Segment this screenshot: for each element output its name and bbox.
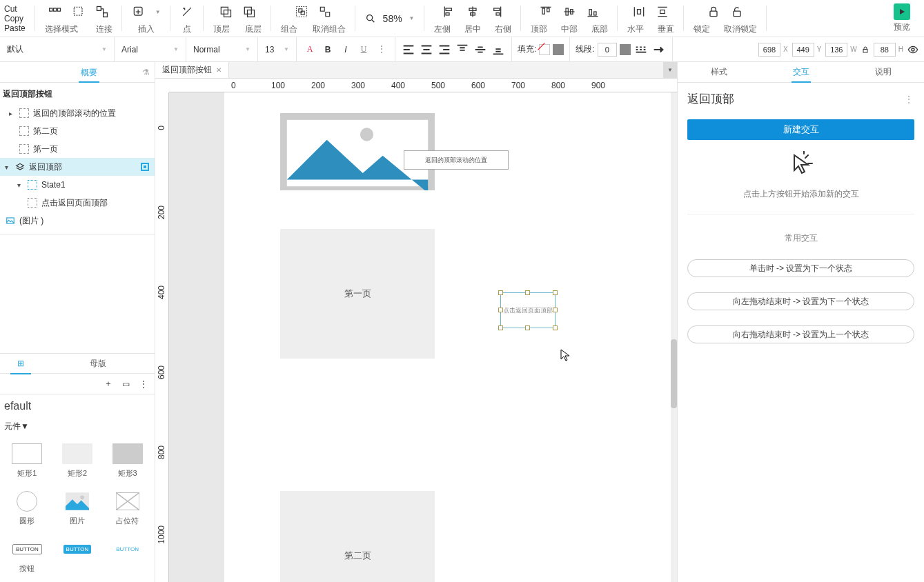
copy-cmd[interactable]: Copy: [4, 14, 23, 23]
add-lib-icon[interactable]: ＋: [104, 378, 112, 390]
scrollbar-thumb[interactable]: [671, 339, 677, 408]
tab-notes[interactable]: 说明: [842, 62, 924, 82]
y-input[interactable]: [792, 43, 814, 57]
paste-cmd[interactable]: Paste: [4, 23, 26, 33]
lock-icon[interactable]: [707, 5, 720, 19]
w-input[interactable]: [825, 43, 847, 57]
cursor-illustration-icon: [787, 151, 815, 177]
stroke-style-icon[interactable]: [633, 42, 649, 57]
outline-item-scrollpos[interactable]: ▸ 返回的顶部滚动的位置: [0, 104, 155, 122]
tab-style[interactable]: 样式: [678, 62, 760, 82]
font-select[interactable]: Arial▼: [115, 37, 186, 61]
select-mode-icon[interactable]: [48, 5, 62, 19]
lib-view-icon[interactable]: ▭: [122, 379, 130, 389]
widget-rect3[interactable]: 矩形3: [106, 443, 149, 479]
stroke-width-input[interactable]: [598, 43, 617, 57]
canvas-selected-element[interactable]: 点击返回页面顶部: [500, 292, 556, 328]
outline-item-page1[interactable]: ▸ 第一页: [0, 140, 155, 158]
weight-select[interactable]: Normal▼: [186, 37, 258, 61]
text-more-icon[interactable]: ⋮: [374, 42, 389, 57]
svg-rect-10: [244, 7, 251, 14]
align-text-right-icon[interactable]: [437, 42, 452, 57]
widget-button3[interactable]: BUTTON: [106, 539, 149, 574]
inspector-more-icon[interactable]: ⋮: [905, 94, 914, 104]
outline-item-backtotop[interactable]: ▾ 返回顶部: [0, 158, 155, 176]
widget-rect1[interactable]: 矩形1: [6, 443, 49, 479]
new-interaction-button[interactable]: 新建交互: [687, 119, 914, 140]
fill-transparent-swatch[interactable]: [539, 44, 550, 55]
preset-interaction-1[interactable]: 单击时 -> 设置为下一个状态: [687, 259, 914, 277]
widget-rect2[interactable]: 矩形2: [56, 443, 99, 479]
insert-chevron-icon[interactable]: ▼: [155, 9, 161, 15]
canvas-stage[interactable]: 返回的顶部滚动的位置 第一页 点击返回页面顶部 第二页: [169, 92, 677, 582]
tab-interactions[interactable]: 交互: [760, 62, 842, 82]
h-input[interactable]: [874, 43, 896, 57]
tabs-dropdown-icon[interactable]: ▼: [663, 62, 677, 78]
cut-cmd[interactable]: Cut: [4, 4, 17, 14]
filter-icon[interactable]: ⚗: [137, 68, 155, 77]
bold-icon[interactable]: B: [320, 42, 335, 57]
left-panel: 概要 ⚗ 返回顶部按钮 ▸ 返回的顶部滚动的位置 ▸ 第二页 ▸ 第一页 ▾: [0, 62, 155, 582]
preset-interaction-2[interactable]: 向左拖动结束时 -> 设置为下一个状态: [687, 292, 914, 310]
zoom-icon[interactable]: [365, 13, 376, 24]
group-label: 组合: [281, 23, 297, 35]
align-text-center-icon[interactable]: [419, 42, 434, 57]
svg-point-16: [366, 14, 372, 20]
tab-widgets[interactable]: ⊞: [0, 354, 41, 373]
fill-color-swatch[interactable]: [553, 44, 564, 55]
fontsize-select[interactable]: 13▼: [258, 37, 297, 61]
lib-more-icon[interactable]: ⋮: [139, 379, 148, 389]
svg-point-37: [80, 496, 84, 500]
document-tab[interactable]: 返回顶部按钮 ✕: [155, 62, 229, 78]
outline-item-state1[interactable]: ▾ State1: [0, 176, 155, 194]
outline-item-page2[interactable]: ▸ 第二页: [0, 122, 155, 140]
zoom-input[interactable]: [379, 13, 406, 24]
canvas-scrollbar[interactable]: [671, 92, 677, 582]
marquee-icon[interactable]: [72, 5, 86, 19]
group-icon[interactable]: [295, 5, 308, 19]
canvas-page1-rect[interactable]: 第一页: [280, 229, 435, 359]
align-hcenter-icon: [466, 5, 480, 19]
zoom-chevron-icon[interactable]: ▼: [409, 15, 415, 21]
valign-mid-icon[interactable]: [473, 42, 488, 57]
preview-button[interactable]: [894, 3, 910, 20]
svg-rect-18: [446, 13, 449, 15]
visibility-icon[interactable]: [907, 44, 918, 55]
outline-item-clicktop[interactable]: 点击返回页面顶部: [0, 194, 155, 212]
widget-image[interactable]: 图片: [56, 491, 99, 526]
style-select[interactable]: 默认▼: [0, 37, 115, 61]
align-text-left-icon[interactable]: [401, 42, 416, 57]
right-panel: 样式 交互 说明 返回顶部 ⋮ 新建交互 点击上方按钮开始添加新的交互 常用交互…: [677, 62, 924, 582]
library-name[interactable]: efault: [0, 394, 155, 418]
stroke-color-swatch[interactable]: [620, 44, 631, 55]
arrow-style-icon[interactable]: [651, 42, 667, 57]
align-vcenter-icon: [562, 5, 576, 19]
x-input[interactable]: [758, 43, 780, 57]
state-icon: [28, 180, 37, 190]
lock-aspect-icon[interactable]: [861, 46, 869, 54]
preset-interaction-3[interactable]: 向右拖动结束时 -> 设置为上一个状态: [687, 325, 914, 343]
widget-button1[interactable]: BUTTON按钮: [6, 539, 49, 574]
valign-bot-icon[interactable]: [491, 42, 506, 57]
tab-masters[interactable]: 母版: [41, 354, 155, 373]
preview-label: 预览: [894, 21, 910, 33]
bring-front-icon[interactable]: [219, 5, 233, 19]
send-back-icon[interactable]: [242, 5, 256, 19]
text-color-icon[interactable]: A: [302, 42, 317, 57]
library-section[interactable]: 元件▼: [0, 418, 155, 435]
widget-circle[interactable]: 圆形: [6, 491, 49, 526]
svg-rect-17: [446, 8, 451, 10]
connect-icon[interactable]: [95, 5, 109, 19]
valign-top-icon[interactable]: [455, 42, 470, 57]
canvas-page2-rect[interactable]: 第二页: [280, 491, 435, 582]
insert-icon[interactable]: [132, 5, 146, 19]
canvas-note1[interactable]: 返回的顶部滚动的位置: [404, 150, 509, 170]
widget-placeholder[interactable]: 占位符: [106, 491, 149, 526]
widget-button2[interactable]: BUTTON: [56, 539, 99, 574]
tab-outline[interactable]: 概要: [41, 63, 137, 82]
underline-icon[interactable]: U: [356, 42, 371, 57]
widget-label: 占位符: [116, 516, 139, 526]
italic-icon[interactable]: I: [338, 42, 353, 57]
close-tab-icon[interactable]: ✕: [216, 66, 222, 74]
outline-item-image[interactable]: (图片 ): [0, 212, 155, 230]
